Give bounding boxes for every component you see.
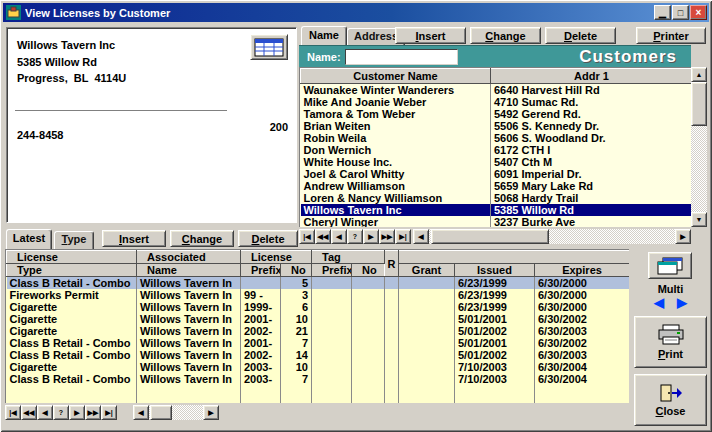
nav-last-button[interactable]: ▶| [101, 405, 117, 420]
tag-no-cell[interactable] [352, 337, 385, 349]
license-row[interactable]: Class B Retail - ComboWillows Tavern In5… [7, 277, 630, 290]
col-type[interactable]: Type [7, 264, 137, 277]
license-prefix-cell[interactable]: 2001- [241, 337, 281, 349]
maximize-button[interactable]: □ [672, 5, 689, 20]
expires-cell[interactable]: 6/30/2000 [535, 301, 630, 313]
nav-prior-page-button[interactable]: ◀◀ [315, 229, 331, 244]
tag-no-cell[interactable] [352, 373, 385, 385]
license-change-button[interactable]: Change [170, 230, 234, 247]
type-cell[interactable]: Cigarette [7, 361, 137, 373]
assoc-name-cell[interactable]: Willows Tavern In [137, 373, 241, 385]
tag-no-cell[interactable] [352, 349, 385, 361]
scrollbar-thumb[interactable] [150, 405, 172, 420]
customer-delete-button[interactable]: Delete [545, 27, 616, 44]
assoc-name-cell[interactable]: Willows Tavern In [137, 289, 241, 301]
expires-cell[interactable]: 6/30/2002 [535, 337, 630, 349]
addr1-cell[interactable]: 5659 Mary Lake Rd [491, 180, 692, 192]
grant-cell[interactable] [399, 301, 455, 313]
col-tag-prefix[interactable]: Prefix [312, 264, 352, 277]
addr1-cell[interactable]: 6640 Harvest Hill Rd [491, 84, 692, 97]
close-window-button[interactable]: × [690, 5, 707, 20]
multi-prev-icon[interactable]: ◀ [649, 295, 669, 310]
r-cell[interactable] [385, 325, 399, 337]
customer-row[interactable]: Brian Weiten5506 S. Kennedy Dr. [301, 120, 692, 132]
customer-insert-button[interactable]: Insert [395, 27, 466, 44]
customer-name-cell[interactable]: Andrew Williamson [301, 180, 491, 192]
license-prefix-cell[interactable]: 99 - [241, 289, 281, 301]
customer-row[interactable]: Tamora & Tom Weber5492 Gerend Rd. [301, 108, 692, 120]
customer-name-cell[interactable]: Loren & Nancy Williamson [301, 192, 491, 204]
expires-cell[interactable]: 6/30/2000 [535, 289, 630, 301]
issued-cell[interactable]: 7/10/2003 [455, 361, 535, 373]
scroll-down-icon[interactable]: ▼ [691, 212, 707, 227]
tag-no-cell[interactable] [352, 361, 385, 373]
issued-cell[interactable]: 5/01/2001 [455, 337, 535, 349]
license-no-cell[interactable]: 21 [281, 325, 312, 337]
type-cell[interactable]: Cigarette [7, 301, 137, 313]
license-no-cell[interactable]: 14 [281, 349, 312, 361]
license-row[interactable]: CigaretteWillows Tavern In1999-66/23/199… [7, 301, 630, 313]
issued-cell[interactable]: 6/23/1999 [455, 301, 535, 313]
customer-row[interactable]: Loren & Nancy Williamson5068 Hardy Trail [301, 192, 692, 204]
expires-cell[interactable]: 6/30/2003 [535, 325, 630, 337]
tag-no-cell[interactable] [352, 289, 385, 301]
addr1-cell[interactable]: 5068 Hardy Trail [491, 192, 692, 204]
nav-search-button[interactable]: ? [53, 405, 69, 420]
r-cell[interactable] [385, 373, 399, 385]
tag-prefix-cell[interactable] [312, 277, 352, 290]
customer-row[interactable]: Mike And Joanie Weber4710 Sumac Rd. [301, 96, 692, 108]
license-row[interactable]: Class B Retail - ComboWillows Tavern In2… [7, 349, 630, 361]
grant-cell[interactable] [399, 313, 455, 325]
nav-first-button[interactable]: |◀ [299, 229, 315, 244]
tag-prefix-cell[interactable] [312, 301, 352, 313]
license-no-cell[interactable]: 10 [281, 313, 312, 325]
assoc-name-cell[interactable]: Willows Tavern In [137, 349, 241, 361]
nav-prior-button[interactable]: ◀ [37, 405, 53, 420]
col-tag-no[interactable]: No [352, 264, 385, 277]
tag-prefix-cell[interactable] [312, 361, 352, 373]
license-prefix-cell[interactable]: 2002- [241, 325, 281, 337]
grant-cell[interactable] [399, 289, 455, 301]
grant-cell[interactable] [399, 277, 455, 290]
license-no-cell[interactable]: 10 [281, 361, 312, 373]
license-row[interactable]: Class B Retail - ComboWillows Tavern In2… [7, 373, 630, 385]
addr1-cell[interactable]: 4710 Sumac Rd. [491, 96, 692, 108]
r-cell[interactable] [385, 313, 399, 325]
tag-prefix-cell[interactable] [312, 373, 352, 385]
customer-row[interactable]: White House Inc.5407 Cth M [301, 156, 692, 168]
customer-name-cell[interactable]: Don Wernich [301, 144, 491, 156]
issued-cell[interactable]: 6/23/1999 [455, 289, 535, 301]
license-insert-button[interactable]: Insert [102, 230, 166, 247]
printer-button[interactable]: Printer [636, 27, 706, 44]
tag-no-cell[interactable] [352, 325, 385, 337]
tag-prefix-cell[interactable] [312, 325, 352, 337]
multi-next-icon[interactable]: ▶ [672, 295, 692, 310]
customer-name-cell[interactable]: Cheryl Winger [301, 216, 491, 227]
scroll-up-icon[interactable]: ▲ [691, 67, 707, 82]
customer-name-cell[interactable]: Mike And Joanie Weber [301, 96, 491, 108]
customers-horizontal-scrollbar[interactable]: ◀ ▶ [413, 229, 691, 244]
tab-type[interactable]: Type [54, 231, 94, 249]
customer-row[interactable]: Robin Weila5606 S. Woodland Dr. [301, 132, 692, 144]
type-cell[interactable]: Cigarette [7, 313, 137, 325]
type-cell[interactable]: Fireworks Permit [7, 289, 137, 301]
nav-prior-page-button[interactable]: ◀◀ [21, 405, 37, 420]
issued-cell[interactable]: 5/01/2002 [455, 349, 535, 361]
license-row[interactable]: CigaretteWillows Tavern In2003-107/10/20… [7, 361, 630, 373]
customer-row[interactable]: Cheryl Winger3237 Burke Ave [301, 216, 692, 227]
tag-prefix-cell[interactable] [312, 349, 352, 361]
issued-cell[interactable]: 6/23/1999 [455, 277, 535, 290]
grant-cell[interactable] [399, 349, 455, 361]
license-prefix-cell[interactable]: 2003- [241, 361, 281, 373]
nav-next-page-button[interactable]: ▶▶ [85, 405, 101, 420]
close-button[interactable]: Close [634, 374, 707, 426]
type-cell[interactable]: Class B Retail - Combo [7, 349, 137, 361]
customer-change-button[interactable]: Change [470, 27, 541, 44]
license-no-cell[interactable]: 3 [281, 289, 312, 301]
multi-view-button[interactable] [648, 252, 692, 279]
licenses-horizontal-scrollbar[interactable]: ◀ ▶ [133, 405, 219, 420]
type-cell[interactable]: Class B Retail - Combo [7, 373, 137, 385]
scroll-right-icon[interactable]: ▶ [675, 229, 691, 244]
tag-prefix-cell[interactable] [312, 313, 352, 325]
tab-latest[interactable]: Latest [6, 229, 52, 249]
